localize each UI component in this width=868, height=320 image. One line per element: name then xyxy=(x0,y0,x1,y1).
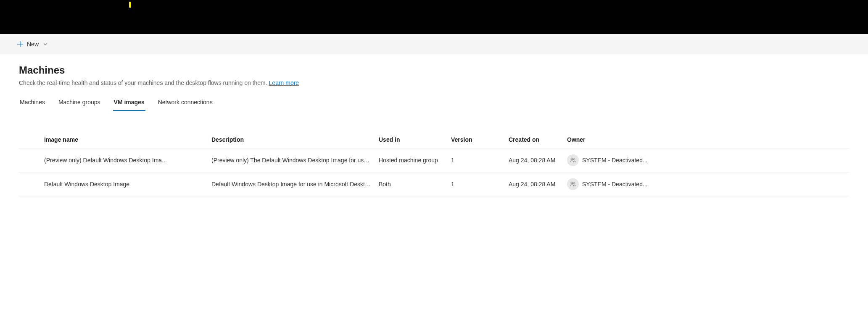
cell-description: Default Windows Desktop Image for use in… xyxy=(211,181,379,188)
table-row[interactable]: Default Windows Desktop Image Default Wi… xyxy=(19,172,849,196)
cell-owner: SYSTEM - Deactivated... xyxy=(567,178,849,190)
owner-text: SYSTEM - Deactivated... xyxy=(582,157,648,164)
cell-version: 1 xyxy=(451,157,509,164)
command-bar: New xyxy=(0,34,868,54)
col-header-created-on[interactable]: Created on xyxy=(509,136,567,143)
svg-point-5 xyxy=(573,182,575,184)
cell-version: 1 xyxy=(451,181,509,188)
cell-image-name[interactable]: Default Windows Desktop Image xyxy=(44,181,211,188)
col-header-select xyxy=(19,136,44,143)
col-header-description[interactable]: Description xyxy=(211,136,379,143)
page-subtitle: Check the real-time health and status of… xyxy=(19,79,849,86)
tab-network-connections[interactable]: Network connections xyxy=(157,95,214,111)
svg-point-3 xyxy=(573,159,575,160)
cell-used-in: Hosted machine group xyxy=(379,157,451,164)
col-header-image-name[interactable]: Image name xyxy=(44,136,211,143)
cell-used-in: Both xyxy=(379,181,451,188)
col-header-version[interactable]: Version xyxy=(451,136,509,143)
person-icon xyxy=(570,157,576,164)
cell-description: (Preview only) The Default Windows Deskt… xyxy=(211,157,379,164)
chevron-down-icon xyxy=(43,42,48,47)
page-title: Machines xyxy=(19,64,849,76)
tabs-container: Machines Machine groups VM images Networ… xyxy=(19,95,849,111)
owner-avatar xyxy=(567,178,579,190)
col-header-used-in[interactable]: Used in xyxy=(379,136,451,143)
svg-point-2 xyxy=(571,158,573,160)
cell-image-name[interactable]: (Preview only) Default Windows Desktop I… xyxy=(44,157,211,164)
table-row[interactable]: (Preview only) Default Windows Desktop I… xyxy=(19,148,849,172)
page-content: Machines Check the real-time health and … xyxy=(0,54,868,196)
owner-avatar xyxy=(567,154,579,166)
tab-vm-images[interactable]: VM images xyxy=(113,95,145,111)
cell-owner: SYSTEM - Deactivated... xyxy=(567,154,849,166)
learn-more-link[interactable]: Learn more xyxy=(269,79,299,86)
subtitle-text: Check the real-time health and status of… xyxy=(19,79,269,86)
top-header-bar xyxy=(0,0,868,34)
col-header-owner[interactable]: Owner xyxy=(567,136,849,143)
svg-point-4 xyxy=(571,182,573,184)
tab-machines[interactable]: Machines xyxy=(19,95,46,111)
person-icon xyxy=(570,181,576,188)
new-button[interactable]: New xyxy=(17,39,48,49)
plus-icon xyxy=(17,41,24,48)
cell-created-on: Aug 24, 08:28 AM xyxy=(509,181,567,188)
new-button-label: New xyxy=(27,41,39,48)
owner-text: SYSTEM - Deactivated... xyxy=(582,181,648,188)
table-header-row: Image name Description Used in Version C… xyxy=(19,131,849,148)
vm-images-table: Image name Description Used in Version C… xyxy=(19,131,849,196)
yellow-marker xyxy=(129,2,131,8)
cell-created-on: Aug 24, 08:28 AM xyxy=(509,157,567,164)
tab-machine-groups[interactable]: Machine groups xyxy=(58,95,101,111)
